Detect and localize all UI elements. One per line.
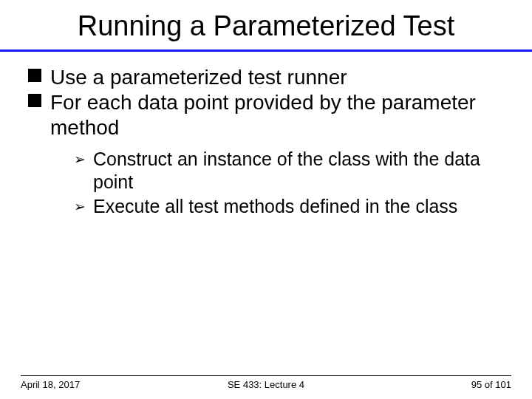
page-total: 101 — [495, 379, 511, 390]
bullet-text: Execute all test methods defined in the … — [93, 196, 457, 216]
sub-bullet-list: ➢ Construct an instance of the class wit… — [74, 148, 513, 218]
list-item: ➢ Execute all test methods defined in th… — [74, 195, 513, 218]
square-bullet-icon — [28, 94, 41, 107]
footer-page: 95 of 101 — [348, 379, 511, 390]
page-current: 95 — [471, 379, 482, 390]
bullet-text: Use a parameterized test runner — [50, 66, 347, 89]
slide-content: Use a parameterized test runner For each… — [0, 58, 532, 218]
footer-row: April 18, 2017 SE 433: Lecture 4 95 of 1… — [21, 379, 511, 390]
list-item: ➢ Construct an instance of the class wit… — [74, 148, 513, 193]
square-bullet-icon — [28, 69, 41, 82]
slide-footer: April 18, 2017 SE 433: Lecture 4 95 of 1… — [0, 375, 532, 390]
slide: Running a Parameterized Test Use a param… — [0, 0, 532, 399]
footer-rule — [21, 375, 511, 376]
bullet-list: Use a parameterized test runner For each… — [28, 65, 513, 218]
bullet-text: Construct an instance of the class with … — [93, 149, 480, 192]
footer-course: SE 433: Lecture 4 — [184, 379, 347, 390]
chevron-right-icon: ➢ — [74, 197, 86, 217]
footer-date: April 18, 2017 — [21, 379, 184, 390]
list-item: For each data point provided by the para… — [28, 90, 513, 218]
list-item: Use a parameterized test runner — [28, 65, 513, 90]
page-of-label: of — [482, 379, 495, 390]
title-rule — [0, 50, 532, 52]
chevron-right-icon: ➢ — [74, 149, 86, 170]
slide-title: Running a Parameterized Test — [0, 0, 532, 50]
bullet-text: For each data point provided by the para… — [50, 91, 476, 139]
